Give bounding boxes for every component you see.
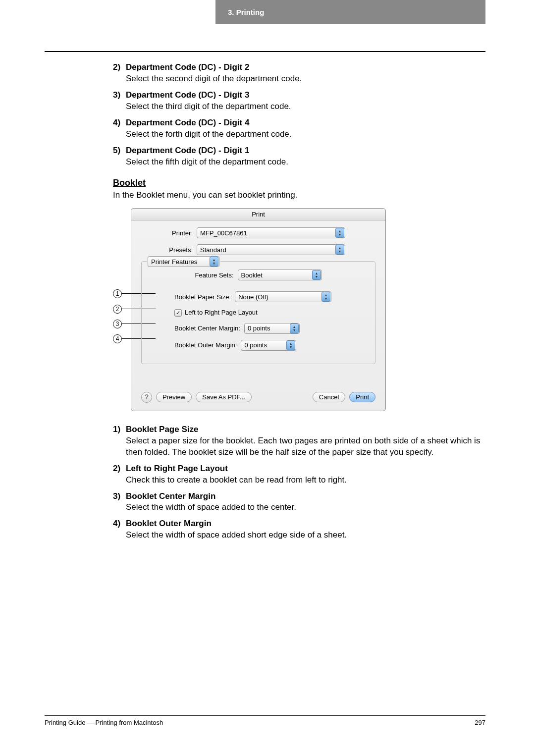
callout-circle: 2	[113, 305, 122, 314]
item-title: Department Code (DC) - Digit 4	[126, 118, 249, 127]
footer-row: Printing Guide — Printing from Macintosh…	[45, 719, 485, 726]
dialog-actions: ? Preview Save As PDF... Cancel Print	[141, 389, 375, 403]
item-desc: Check this to create a booklet can be re…	[126, 475, 489, 486]
item-number: 4)	[113, 518, 126, 530]
booklet-item: 3)Booklet Center Margin Select the width…	[113, 491, 489, 514]
item-title: Booklet Center Margin	[126, 491, 215, 501]
chapter-tab: 3. Printing	[215, 0, 485, 24]
callout-circle: 1	[113, 289, 122, 298]
item-desc: Select the second digit of the departmen…	[126, 73, 489, 85]
item-desc: Select the width of space added short ed…	[126, 530, 489, 541]
stepper-icon	[210, 257, 218, 267]
presets-row: Presets: Standard	[141, 244, 375, 255]
item-number: 1)	[113, 424, 126, 435]
paper-size-select[interactable]: None (Off)	[235, 291, 331, 302]
stepper-icon	[335, 228, 344, 238]
dialog-with-callouts: 1 2 3 4 Print Printer: M	[113, 208, 489, 411]
presets-label: Presets:	[141, 246, 197, 255]
stepper-icon	[290, 324, 299, 333]
dialog-body: Printer: MFP_00C67861 Presets: Standard	[131, 220, 385, 411]
item-number: 3)	[113, 90, 126, 101]
paper-size-value: None (Off)	[238, 293, 321, 302]
footer-left-text: Printing Guide — Printing from Macintosh	[45, 719, 163, 726]
item-desc: Select the third digit of the department…	[126, 101, 489, 112]
feature-sets-label: Feature Sets:	[195, 271, 237, 280]
stepper-icon	[335, 245, 344, 255]
presets-value: Standard	[200, 246, 335, 255]
print-button[interactable]: Print	[349, 392, 375, 402]
cancel-button[interactable]: Cancel	[313, 392, 345, 402]
item-number: 2)	[113, 62, 126, 73]
chapter-tab-text: 3. Printing	[228, 8, 264, 16]
panel-select[interactable]: Printer Features	[148, 256, 219, 267]
item-title: Department Code (DC) - Digit 2	[126, 62, 249, 72]
center-margin-value: 0 points	[248, 324, 290, 333]
printer-label: Printer:	[141, 229, 197, 238]
ltr-row: ✓ Left to Right Page Layout	[174, 308, 366, 317]
item-number: 2)	[113, 463, 126, 475]
dc-item: 3)Department Code (DC) - Digit 3 Select …	[113, 90, 489, 112]
item-number: 5)	[113, 145, 126, 157]
presets-select[interactable]: Standard	[197, 244, 345, 255]
paper-size-label: Booklet Paper Size:	[174, 293, 235, 302]
callout-circle: 3	[113, 320, 122, 328]
stepper-icon	[286, 340, 295, 350]
dc-item: 2)Department Code (DC) - Digit 2 Select …	[113, 62, 489, 85]
page-footer: Printing Guide — Printing from Macintosh…	[45, 715, 485, 726]
booklet-item: 2)Left to Right Page Layout Check this t…	[113, 463, 489, 486]
page-content: 2)Department Code (DC) - Digit 2 Select …	[113, 62, 489, 546]
center-margin-row: Booklet Center Margin: 0 points	[174, 323, 366, 334]
outer-margin-select[interactable]: 0 points	[241, 340, 296, 351]
page-number: 297	[475, 719, 485, 726]
dc-item: 5)Department Code (DC) - Digit 1 Select …	[113, 145, 489, 168]
section-subtext: In the Booklet menu, you can set booklet…	[113, 190, 489, 201]
item-title: Department Code (DC) - Digit 3	[126, 90, 249, 100]
feature-sets-select[interactable]: Booklet	[238, 270, 322, 280]
ltr-label: Left to Right Page Layout	[185, 308, 258, 317]
center-margin-label: Booklet Center Margin:	[174, 324, 244, 333]
dc-item: 4)Department Code (DC) - Digit 4 Select …	[113, 117, 489, 140]
item-title: Left to Right Page Layout	[126, 464, 228, 473]
stepper-icon	[321, 292, 330, 302]
item-title: Booklet Page Size	[126, 425, 198, 434]
save-as-pdf-button[interactable]: Save As PDF...	[196, 392, 252, 402]
footer-rule	[45, 715, 485, 716]
feature-sets-row: Feature Sets: Booklet	[151, 270, 366, 280]
item-number: 4)	[113, 117, 126, 129]
outer-margin-label: Booklet Outer Margin:	[174, 341, 241, 350]
item-desc: Select a paper size for the booklet. Eac…	[126, 435, 489, 458]
printer-row: Printer: MFP_00C67861	[141, 227, 375, 238]
section-heading-booklet: Booklet	[113, 177, 489, 189]
item-desc: Select the fifth digit of the department…	[126, 157, 489, 168]
outer-margin-row: Booklet Outer Margin: 0 points	[174, 340, 366, 351]
booklet-item: 1)Booklet Page Size Select a paper size …	[113, 424, 489, 458]
feature-sets-value: Booklet	[241, 271, 312, 280]
header-rule	[45, 51, 485, 52]
help-icon[interactable]: ?	[141, 392, 152, 403]
item-title: Booklet Outer Margin	[126, 519, 212, 528]
printer-value: MFP_00C67861	[200, 229, 335, 238]
paper-size-row: Booklet Paper Size: None (Off)	[174, 291, 366, 302]
panel-select-legend: Printer Features	[147, 256, 220, 267]
panel-value: Printer Features	[151, 258, 210, 267]
item-number: 3)	[113, 491, 126, 502]
dialog-title: Print	[131, 209, 385, 221]
preview-button[interactable]: Preview	[156, 392, 192, 402]
item-desc: Select the width of space added to the c…	[126, 502, 489, 513]
item-desc: Select the forth digit of the department…	[126, 129, 489, 140]
callout-circle: 4	[113, 334, 122, 343]
booklet-item: 4)Booklet Outer Margin Select the width …	[113, 518, 489, 541]
center-margin-select[interactable]: 0 points	[244, 323, 300, 334]
printer-select[interactable]: MFP_00C67861	[197, 227, 345, 238]
ltr-checkbox[interactable]: ✓	[174, 309, 182, 317]
print-dialog: Print Printer: MFP_00C67861 Presets: Sta…	[131, 208, 386, 411]
item-title: Department Code (DC) - Digit 1	[126, 146, 249, 155]
printer-features-fieldset: Printer Features Feature Sets: Booklet B…	[141, 261, 375, 364]
stepper-icon	[312, 270, 321, 280]
outer-margin-value: 0 points	[244, 341, 286, 350]
